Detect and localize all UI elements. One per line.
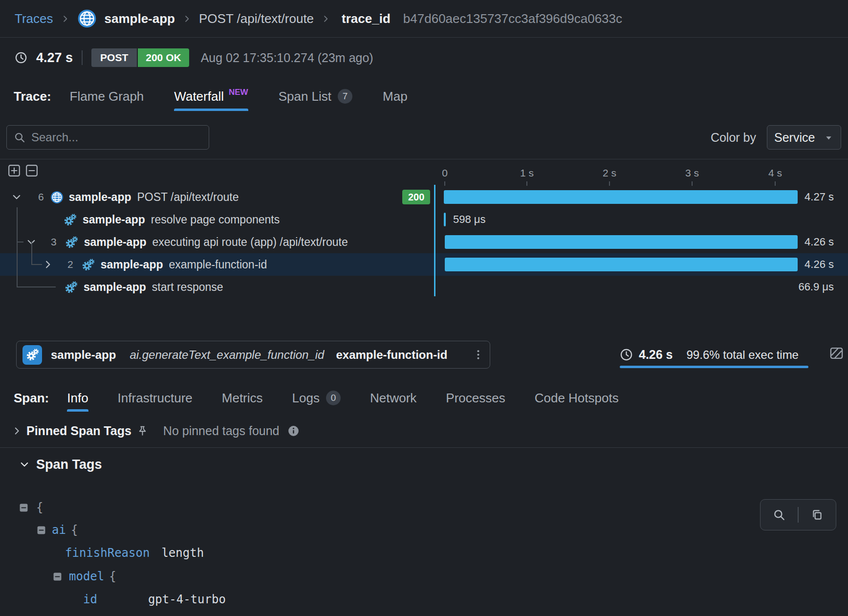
breadcrumb-resource-link[interactable]: POST /api/text/route: [199, 11, 314, 26]
search-input[interactable]: [31, 131, 193, 144]
trace-timestamp: Aug 02 17:35:10.274 (23m ago): [201, 51, 373, 65]
search-icon: [773, 508, 785, 521]
new-badge: NEW: [229, 88, 248, 97]
span-row[interactable]: sample-app start response 66.9 μs: [0, 276, 848, 298]
tab-span-list-label: Span List: [279, 89, 331, 104]
search-icon: [14, 132, 25, 143]
search-bar[interactable]: [6, 125, 209, 150]
collapse-node-icon[interactable]: [37, 526, 46, 535]
trace-duration: 4.27 s: [36, 50, 73, 66]
tree-connector: [17, 207, 18, 287]
clock-icon: [15, 51, 27, 64]
color-by-label: Color by: [711, 131, 756, 145]
span-tabs-label: Span:: [14, 384, 49, 412]
breadcrumb-traces-link[interactable]: Traces: [15, 11, 53, 26]
span-row[interactable]: sample-app resolve page components 598 μ…: [0, 208, 848, 231]
timeline-split-divider[interactable]: [434, 185, 435, 296]
axis-tick: [775, 181, 776, 186]
axis-tick: [526, 181, 527, 186]
divider: [82, 50, 83, 65]
row-service: sample-app: [83, 213, 145, 226]
row-operation: example-function-id: [169, 258, 267, 271]
span-service: sample-app: [51, 348, 116, 362]
expand-panel-button[interactable]: [829, 346, 844, 361]
tab-flame-graph[interactable]: Flame Graph: [70, 82, 144, 111]
span-row-root[interactable]: 6 sample-app POST /api/text/route 200 4.…: [0, 186, 848, 208]
breadcrumb: Traces sample-app POST /api/text/route t…: [0, 0, 848, 38]
tab-logs[interactable]: Logs 0: [292, 384, 341, 412]
collapse-node-icon[interactable]: [19, 503, 28, 512]
color-by-dropdown[interactable]: Service: [767, 125, 841, 150]
gears-icon: [82, 258, 95, 271]
axis-tick: [609, 181, 610, 186]
span-menu-button[interactable]: [473, 349, 484, 360]
gears-icon: [65, 236, 78, 249]
tab-info[interactable]: Info: [67, 384, 88, 412]
json-search-button[interactable]: [761, 500, 798, 530]
chevron-down-icon[interactable]: [12, 192, 22, 202]
span-duration: 4.26 s: [805, 231, 834, 253]
color-by-value: Service: [774, 131, 815, 145]
method-badge: POST: [91, 48, 137, 67]
tab-span-list[interactable]: Span List 7: [279, 82, 352, 111]
json-line: ai {: [0, 519, 733, 541]
status-badge: 200: [402, 190, 430, 204]
row-service: sample-app: [84, 236, 147, 249]
breadcrumb-separator-icon: [322, 15, 330, 23]
span-bar[interactable]: [444, 190, 798, 204]
apm-trace-page: Traces sample-app POST /api/text/route t…: [0, 0, 848, 616]
span-bar[interactable]: [445, 258, 798, 271]
info-icon[interactable]: [287, 425, 300, 437]
chevron-right-icon[interactable]: [12, 426, 22, 436]
pinned-tags-empty-text: No pinned tags found: [163, 424, 280, 438]
tab-processes[interactable]: Processes: [446, 384, 505, 412]
span-bar[interactable]: [445, 235, 798, 249]
tab-code-hotspots[interactable]: Code Hotspots: [535, 384, 619, 412]
tab-waterfall[interactable]: Waterfall NEW: [174, 82, 248, 111]
chevron-down-icon: [824, 132, 834, 143]
copy-icon: [811, 508, 824, 521]
chevron-right-icon[interactable]: [43, 260, 53, 269]
collapse-node-icon[interactable]: [53, 572, 62, 581]
json-brace: {: [71, 523, 78, 537]
span-row[interactable]: 3 sample-app executing api route (app) /…: [0, 231, 848, 253]
span-duration: 598 μs: [453, 208, 486, 231]
trace-tab-bar: Trace: Flame Graph Waterfall NEW Span Li…: [0, 82, 848, 111]
collapse-all-button[interactable]: [25, 164, 38, 177]
span-duration-value: 4.26 s: [639, 348, 673, 362]
row-service: sample-app: [84, 281, 146, 294]
axis-tick-label: 0: [442, 167, 448, 179]
pinned-span-tags-row[interactable]: Pinned Span Tags No pinned tags found: [0, 419, 848, 442]
span-operation: ai.generateText_example_function_id: [130, 348, 324, 362]
tab-metrics[interactable]: Metrics: [222, 384, 263, 412]
tree-connector: [31, 264, 42, 265]
axis-tick: [444, 181, 445, 186]
row-operation: resolve page components: [151, 213, 280, 226]
span-row-selected[interactable]: 2 sample-app example-function-id 4.26 s: [0, 253, 848, 276]
json-copy-button[interactable]: [799, 500, 836, 530]
logs-count-badge: 0: [326, 391, 341, 405]
request-badges: POST 200 OK: [91, 48, 189, 67]
row-service: sample-app: [101, 258, 163, 271]
span-duration: 4.27 s: [805, 186, 834, 208]
axis-tick-label: 3 s: [685, 167, 699, 179]
span-bar[interactable]: [444, 213, 446, 226]
expand-all-button[interactable]: [8, 164, 21, 177]
tab-waterfall-label: Waterfall: [174, 89, 224, 104]
gears-icon: [64, 213, 77, 226]
tab-logs-label: Logs: [292, 391, 320, 406]
span-resource: example-function-id: [336, 348, 447, 362]
json-brace: {: [109, 570, 116, 583]
axis-tick: [692, 181, 693, 186]
section-divider: [0, 159, 848, 159]
row-operation: POST /api/text/route: [137, 191, 239, 204]
chevron-down-icon[interactable]: [20, 460, 29, 469]
tab-infrastructure[interactable]: Infrastructure: [118, 384, 193, 412]
tab-network[interactable]: Network: [370, 384, 416, 412]
json-key: id: [83, 593, 97, 606]
service-icon: [22, 345, 42, 365]
breadcrumb-service-link[interactable]: sample-app: [105, 11, 175, 26]
tab-map[interactable]: Map: [383, 82, 408, 111]
minus-square-icon: [25, 164, 38, 177]
span-tags-header[interactable]: Span Tags: [0, 453, 293, 476]
